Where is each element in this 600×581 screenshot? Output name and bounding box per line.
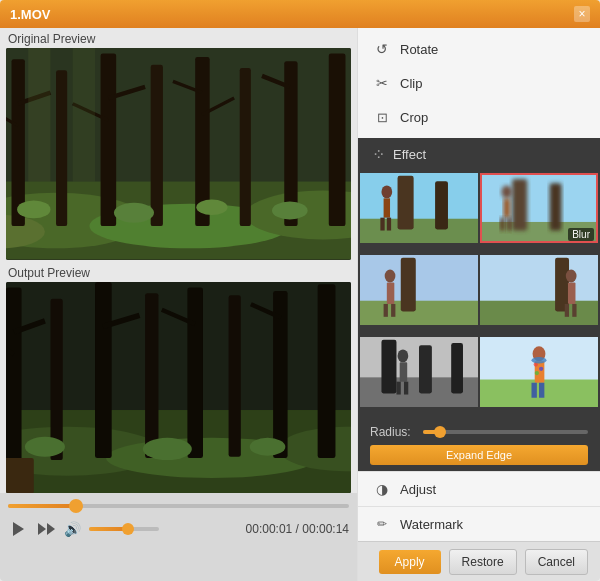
svg-rect-9 <box>151 65 163 226</box>
svg-rect-83 <box>451 343 463 393</box>
svg-point-53 <box>381 185 392 198</box>
effect-label: Effect <box>393 147 426 162</box>
svg-point-46 <box>25 436 65 456</box>
effect-cell-warm[interactable] <box>360 255 478 325</box>
svg-rect-82 <box>419 345 432 393</box>
svg-rect-85 <box>400 362 408 381</box>
blur-label: Blur <box>568 228 594 241</box>
svg-point-93 <box>539 367 543 371</box>
radius-thumb[interactable] <box>434 426 446 438</box>
main-content: Original Preview <box>0 28 600 581</box>
volume-track[interactable] <box>89 527 159 531</box>
svg-rect-64 <box>507 218 511 231</box>
footer-bar: Apply Restore Cancel <box>358 541 600 581</box>
effect-cell-vivid[interactable] <box>480 337 598 407</box>
time-separator: / <box>292 522 302 536</box>
clip-label: Clip <box>400 76 422 91</box>
svg-rect-71 <box>391 304 395 317</box>
svg-point-24 <box>114 203 154 223</box>
progress-bar-container[interactable] <box>8 499 349 513</box>
progress-track[interactable] <box>8 504 349 508</box>
time-total: 00:00:14 <box>302 522 349 536</box>
right-panel: ↺ Rotate ✂ Clip ⊡ Crop ⁘ Effect <box>357 28 600 581</box>
apply-button[interactable]: Apply <box>379 550 441 574</box>
svg-rect-77 <box>565 304 569 317</box>
original-video-preview <box>6 48 351 260</box>
app-window: 1.MOV × Original Preview <box>0 0 600 581</box>
radius-row: Radius: <box>358 419 600 445</box>
window-title: 1.MOV <box>10 7 50 22</box>
watermark-tool[interactable]: ✏ Watermark <box>358 506 600 541</box>
volume-thumb[interactable] <box>122 523 134 535</box>
svg-point-26 <box>272 202 308 220</box>
effect-dots-icon: ⁘ <box>372 145 385 164</box>
svg-rect-73 <box>480 301 598 325</box>
adjust-icon: ◑ <box>372 479 392 499</box>
svg-rect-32 <box>6 287 22 460</box>
svg-point-94 <box>535 371 539 375</box>
svg-rect-34 <box>95 282 112 458</box>
rotate-tool[interactable]: ↺ Rotate <box>358 32 600 66</box>
effect-cell-normal[interactable] <box>360 173 478 243</box>
svg-rect-35 <box>145 293 158 458</box>
svg-rect-60 <box>550 183 562 230</box>
effect-cell-cool[interactable] <box>480 255 598 325</box>
clip-tool[interactable]: ✂ Clip <box>358 66 600 100</box>
expand-edge-button[interactable]: Expand Edge <box>370 445 588 465</box>
restore-button[interactable]: Restore <box>449 549 517 575</box>
svg-rect-76 <box>568 282 576 303</box>
left-panel: Original Preview <box>0 28 357 581</box>
svg-rect-11 <box>240 68 251 226</box>
volume-icon[interactable]: 🔊 <box>64 521 81 537</box>
svg-point-68 <box>385 270 396 283</box>
svg-rect-37 <box>229 295 241 456</box>
svg-point-75 <box>566 270 577 283</box>
adjust-tool[interactable]: ◑ Adjust <box>358 471 600 506</box>
effect-cell-blur[interactable]: Blur <box>480 173 598 243</box>
progress-thumb[interactable] <box>69 499 83 513</box>
svg-rect-6 <box>12 59 25 226</box>
svg-rect-96 <box>539 383 544 398</box>
effect-header[interactable]: ⁘ Effect <box>358 138 600 171</box>
svg-rect-55 <box>380 218 384 231</box>
close-button[interactable]: × <box>574 6 590 22</box>
svg-rect-21 <box>28 48 50 182</box>
svg-rect-50 <box>360 219 478 243</box>
svg-rect-22 <box>73 48 95 182</box>
rotate-label: Rotate <box>400 42 438 57</box>
effect-cell-bw[interactable] <box>360 337 478 407</box>
watermark-icon: ✏ <box>372 514 392 534</box>
watermark-label: Watermark <box>400 517 463 532</box>
cancel-button[interactable]: Cancel <box>525 549 588 575</box>
svg-point-48 <box>250 437 286 455</box>
svg-point-47 <box>143 437 192 459</box>
svg-rect-74 <box>555 258 569 312</box>
original-preview-section: Original Preview <box>0 28 357 260</box>
svg-rect-8 <box>101 54 117 227</box>
play-button[interactable] <box>8 519 28 539</box>
svg-point-97 <box>531 357 546 363</box>
bottom-tools: ◑ Adjust ✏ Watermark <box>358 471 600 541</box>
svg-rect-70 <box>384 304 388 317</box>
svg-rect-54 <box>384 198 390 217</box>
adjust-label: Adjust <box>400 482 436 497</box>
svg-rect-45 <box>6 457 34 493</box>
time-current: 00:00:01 <box>246 522 293 536</box>
output-video-preview <box>6 282 351 494</box>
crop-tool[interactable]: ⊡ Crop <box>358 100 600 134</box>
svg-rect-69 <box>387 282 395 303</box>
svg-rect-81 <box>381 340 396 394</box>
title-bar: 1.MOV × <box>0 0 600 28</box>
original-preview-label: Original Preview <box>0 28 357 48</box>
svg-point-61 <box>501 185 512 198</box>
crop-label: Crop <box>400 110 428 125</box>
svg-rect-52 <box>435 181 448 229</box>
svg-point-25 <box>196 199 227 215</box>
radius-track[interactable] <box>423 430 588 434</box>
svg-rect-33 <box>50 298 62 459</box>
skip-forward-button[interactable] <box>36 519 56 539</box>
radius-label: Radius: <box>370 425 415 439</box>
svg-rect-13 <box>329 54 346 227</box>
progress-fill <box>8 504 76 508</box>
effect-grid: Blur <box>358 171 600 419</box>
